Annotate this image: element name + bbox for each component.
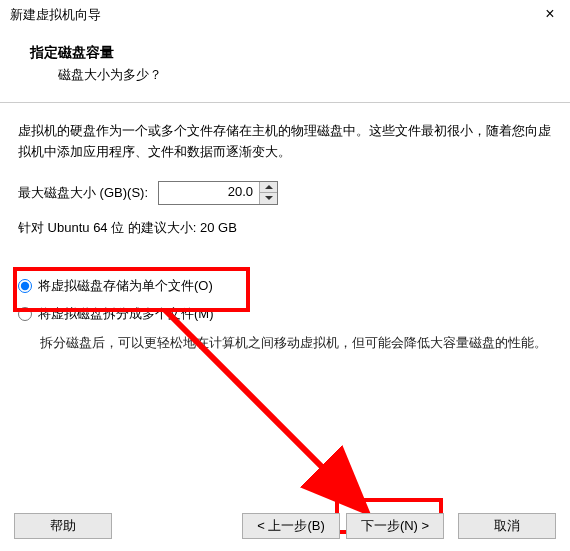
next-button[interactable]: 下一步(N) > xyxy=(346,513,444,539)
split-files-description: 拆分磁盘后，可以更轻松地在计算机之间移动虚拟机，但可能会降低大容量磁盘的性能。 xyxy=(40,333,552,354)
spinner-arrows[interactable] xyxy=(259,182,277,204)
option-split-files[interactable]: 将虚拟磁盘拆分成多个文件(M) xyxy=(18,305,552,323)
max-disk-size-label: 最大磁盘大小 (GB)(S): xyxy=(18,184,148,202)
option-single-file[interactable]: 将虚拟磁盘存储为单个文件(O) xyxy=(18,277,552,295)
spinner-up-icon[interactable] xyxy=(260,182,277,193)
window-title: 新建虚拟机向导 xyxy=(10,6,540,24)
disk-size-value[interactable]: 20.0 xyxy=(159,182,259,204)
radio-split-files[interactable] xyxy=(18,307,32,321)
radio-single-file-label[interactable]: 将虚拟磁盘存储为单个文件(O) xyxy=(38,277,213,295)
radio-split-files-label[interactable]: 将虚拟磁盘拆分成多个文件(M) xyxy=(38,305,214,323)
recommended-size-text: 针对 Ubuntu 64 位 的建议大小: 20 GB xyxy=(18,219,552,237)
cancel-button[interactable]: 取消 xyxy=(458,513,556,539)
radio-single-file[interactable] xyxy=(18,279,32,293)
description-text: 虚拟机的硬盘作为一个或多个文件存储在主机的物理磁盘中。这些文件最初很小，随着您向… xyxy=(18,121,552,163)
close-icon[interactable]: × xyxy=(540,5,560,25)
wizard-heading: 指定磁盘容量 xyxy=(30,44,570,62)
disk-size-spinner[interactable]: 20.0 xyxy=(158,181,278,205)
back-button[interactable]: < 上一步(B) xyxy=(242,513,340,539)
help-button[interactable]: 帮助 xyxy=(14,513,112,539)
wizard-subheading: 磁盘大小为多少？ xyxy=(58,66,570,84)
spinner-down-icon[interactable] xyxy=(260,192,277,204)
